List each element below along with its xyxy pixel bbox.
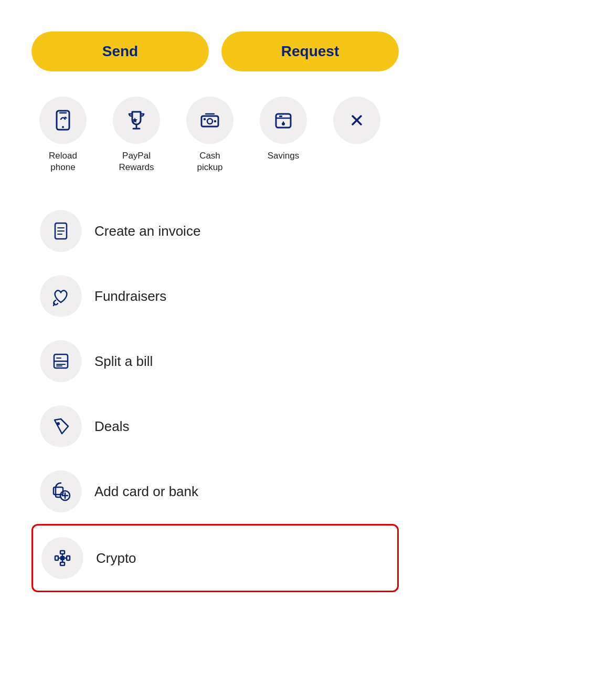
cash-pickup-circle <box>186 97 233 144</box>
svg-point-20 <box>57 422 60 425</box>
add-card-label: Add card or bank <box>94 484 198 500</box>
svg-point-3 <box>207 119 213 124</box>
crypto-label: Crypto <box>96 550 136 566</box>
paypal-rewards-label: PayPalRewards <box>119 150 154 173</box>
quick-action-reload-phone[interactable]: Reloadphone <box>31 97 94 173</box>
quick-action-paypal-rewards[interactable]: PayPalRewards <box>105 97 168 173</box>
svg-rect-6 <box>276 114 291 128</box>
fundraisers-circle <box>40 275 82 317</box>
invoice-icon <box>50 220 71 242</box>
list-item-fundraisers[interactable]: Fundraisers <box>31 264 399 329</box>
quick-action-savings[interactable]: Savings <box>252 97 315 162</box>
quick-action-close[interactable] <box>325 97 388 144</box>
cash-pickup-label: Cashpickup <box>197 150 222 173</box>
split-bill-label: Split a bill <box>94 353 153 370</box>
crypto-icon <box>52 548 73 569</box>
list-items-container: Create an invoice Fundraisers <box>31 198 399 592</box>
trophy-icon <box>125 109 148 132</box>
invoice-circle <box>40 210 82 252</box>
send-button[interactable]: Send <box>31 32 209 71</box>
request-button[interactable]: Request <box>221 32 399 71</box>
fundraisers-icon <box>50 286 71 307</box>
close-icon <box>346 110 367 131</box>
svg-rect-8 <box>279 116 282 117</box>
split-bill-circle <box>40 340 82 382</box>
savings-label: Savings <box>268 150 299 162</box>
reload-phone-icon <box>51 109 75 132</box>
list-item-add-card[interactable]: Add card or bank <box>31 459 399 524</box>
deals-circle <box>40 405 82 447</box>
svg-point-1 <box>62 126 64 128</box>
add-card-circle <box>40 470 82 512</box>
svg-rect-4 <box>204 118 206 120</box>
fundraisers-label: Fundraisers <box>94 288 166 304</box>
reload-phone-label: Reloadphone <box>49 150 77 173</box>
main-container: Send Request Reloadphone <box>31 21 399 592</box>
split-bill-icon <box>50 351 71 372</box>
create-invoice-label: Create an invoice <box>94 223 200 239</box>
savings-circle <box>260 97 307 144</box>
close-circle <box>333 97 380 144</box>
top-buttons-row: Send Request <box>31 32 399 71</box>
add-card-icon <box>50 481 71 502</box>
reload-phone-circle <box>39 97 87 144</box>
svg-rect-33 <box>60 556 65 560</box>
paypal-rewards-circle <box>113 97 160 144</box>
deals-label: Deals <box>94 418 129 435</box>
list-item-split-bill[interactable]: Split a bill <box>31 329 399 394</box>
savings-icon <box>272 109 295 132</box>
quick-action-cash-pickup[interactable]: Cashpickup <box>178 97 241 173</box>
deals-icon <box>50 416 71 437</box>
list-item-deals[interactable]: Deals <box>31 394 399 459</box>
svg-rect-5 <box>214 120 216 122</box>
list-item-crypto[interactable]: Crypto <box>31 524 399 592</box>
quick-actions-row: Reloadphone PayPalRewards <box>31 97 399 173</box>
list-item-create-invoice[interactable]: Create an invoice <box>31 198 399 264</box>
crypto-circle <box>41 537 83 579</box>
cash-pickup-icon <box>198 109 221 132</box>
